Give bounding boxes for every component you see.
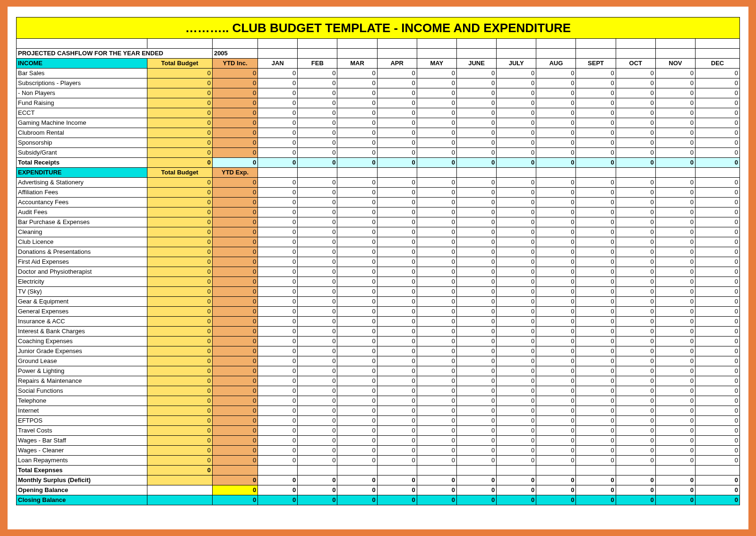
budget-cell[interactable]: 0 [147,108,212,118]
month-cell[interactable]: 0 [377,406,417,416]
month-cell[interactable]: 0 [576,436,616,446]
month-cell[interactable]: 0 [258,327,298,337]
month-cell[interactable]: 0 [655,227,695,237]
month-cell[interactable]: 0 [377,178,417,188]
month-cell[interactable]: 0 [536,366,576,376]
month-cell[interactable]: 0 [377,267,417,277]
month-cell[interactable]: 0 [456,376,496,386]
month-cell[interactable]: 0 [456,128,496,138]
month-cell[interactable]: 0 [536,267,576,277]
month-cell[interactable]: 0 [536,98,576,108]
month-cell[interactable]: 0 [258,376,298,386]
month-cell[interactable]: 0 [417,287,456,297]
month-cell[interactable]: 0 [258,307,298,317]
month-cell[interactable]: 0 [417,317,456,327]
month-cell[interactable]: 0 [497,277,536,287]
month-cell[interactable]: 0 [298,198,337,207]
month-cell[interactable]: 0 [377,217,417,227]
month-cell[interactable]: 0 [616,297,655,307]
month-cell[interactable]: 0 [337,356,377,366]
month-cell[interactable]: 0 [616,396,655,406]
month-cell[interactable]: 0 [337,297,377,307]
month-cell[interactable]: 0 [536,327,576,337]
month-cell[interactable]: 0 [417,376,456,386]
month-cell[interactable]: 0 [576,446,616,456]
month-cell[interactable]: 0 [417,88,456,98]
month-cell[interactable]: 0 [696,207,740,217]
month-cell[interactable]: 0 [417,307,456,317]
month-cell[interactable]: 0 [616,118,655,128]
month-cell[interactable]: 0 [337,307,377,317]
month-cell[interactable]: 0 [536,337,576,346]
month-cell[interactable]: 0 [616,386,655,396]
month-cell[interactable]: 0 [417,356,456,366]
month-cell[interactable]: 0 [377,366,417,376]
month-cell[interactable]: 0 [616,307,655,317]
month-cell[interactable]: 0 [298,346,337,356]
budget-cell[interactable]: 0 [147,446,212,456]
month-cell[interactable]: 0 [298,148,337,158]
budget-cell[interactable]: 0 [147,386,212,396]
month-cell[interactable]: 0 [536,148,576,158]
month-cell[interactable]: 0 [655,138,695,148]
month-cell[interactable]: 0 [456,69,496,78]
month-cell[interactable]: 0 [258,198,298,207]
month-cell[interactable]: 0 [497,416,536,426]
month-cell[interactable]: 0 [417,188,456,198]
month-cell[interactable]: 0 [298,88,337,98]
budget-cell[interactable]: 0 [147,247,212,257]
budget-cell[interactable]: 0 [147,406,212,416]
month-cell[interactable]: 0 [576,88,616,98]
month-cell[interactable]: 0 [298,406,337,416]
month-cell[interactable]: 0 [696,69,740,78]
month-cell[interactable]: 0 [258,178,298,188]
month-cell[interactable]: 0 [655,277,695,287]
month-cell[interactable]: 0 [616,128,655,138]
month-cell[interactable]: 0 [456,207,496,217]
month-cell[interactable]: 0 [337,406,377,416]
month-cell[interactable]: 0 [456,386,496,396]
month-cell[interactable]: 0 [337,267,377,277]
budget-cell[interactable]: 0 [147,207,212,217]
month-cell[interactable]: 0 [696,337,740,346]
month-cell[interactable]: 0 [456,337,496,346]
budget-cell[interactable]: 0 [147,138,212,148]
month-cell[interactable]: 0 [337,78,377,88]
month-cell[interactable]: 0 [298,327,337,337]
budget-cell[interactable]: 0 [147,416,212,426]
month-cell[interactable]: 0 [337,247,377,257]
month-cell[interactable]: 0 [298,307,337,317]
month-cell[interactable]: 0 [576,376,616,386]
month-cell[interactable]: 0 [258,108,298,118]
month-cell[interactable]: 0 [417,217,456,227]
month-cell[interactable]: 0 [497,247,536,257]
month-cell[interactable]: 0 [377,69,417,78]
month-cell[interactable]: 0 [536,118,576,128]
month-cell[interactable]: 0 [258,138,298,148]
month-cell[interactable]: 0 [456,346,496,356]
month-cell[interactable]: 0 [258,456,298,466]
budget-cell[interactable]: 0 [147,317,212,327]
month-cell[interactable]: 0 [377,317,417,327]
month-cell[interactable]: 0 [417,277,456,287]
month-cell[interactable]: 0 [298,227,337,237]
month-cell[interactable]: 0 [377,337,417,346]
month-cell[interactable]: 0 [536,227,576,237]
month-cell[interactable]: 0 [497,346,536,356]
month-cell[interactable]: 0 [696,237,740,247]
month-cell[interactable]: 0 [616,207,655,217]
month-cell[interactable]: 0 [616,346,655,356]
month-cell[interactable]: 0 [258,148,298,158]
month-cell[interactable]: 0 [696,446,740,456]
month-cell[interactable]: 0 [456,366,496,376]
budget-cell[interactable]: 0 [147,118,212,128]
budget-cell[interactable]: 0 [147,376,212,386]
month-cell[interactable]: 0 [497,426,536,436]
budget-cell[interactable]: 0 [147,277,212,287]
month-cell[interactable]: 0 [576,337,616,346]
month-cell[interactable]: 0 [377,198,417,207]
month-cell[interactable]: 0 [456,356,496,366]
month-cell[interactable]: 0 [497,237,536,247]
budget-cell[interactable]: 0 [147,227,212,237]
month-cell[interactable]: 0 [497,386,536,396]
